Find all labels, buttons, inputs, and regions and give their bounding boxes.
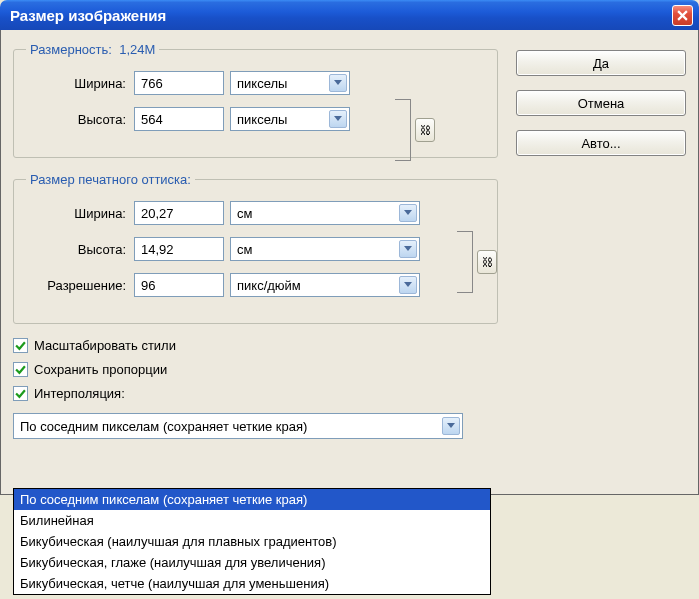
right-column: Да Отмена Авто... <box>516 42 686 482</box>
chevron-down-icon <box>399 204 417 222</box>
auto-button[interactable]: Авто... <box>516 130 686 156</box>
interpolation-checkbox[interactable]: Интерполяция: <box>13 386 498 401</box>
print-size-group: Размер печатного оттиска: Ширина: см Выс… <box>13 172 498 324</box>
close-icon <box>677 10 688 21</box>
print-height-label: Высота: <box>26 242 126 257</box>
pixel-height-unit-select[interactable]: пикселы <box>230 107 350 131</box>
print-width-unit-select[interactable]: см <box>230 201 420 225</box>
print-size-legend: Размер печатного оттиска: <box>26 172 195 187</box>
pixel-height-input[interactable] <box>134 107 224 131</box>
print-width-label: Ширина: <box>26 206 126 221</box>
ok-button[interactable]: Да <box>516 50 686 76</box>
resolution-unit-select[interactable]: пикс/дюйм <box>230 273 420 297</box>
interpolation-select[interactable]: По соседним пикселам (сохраняет четкие к… <box>13 413 463 439</box>
chain-icon[interactable]: ⛓ <box>477 250 497 274</box>
chevron-down-icon <box>329 74 347 92</box>
interpolation-option[interactable]: Бикубическая, глаже (наилучшая для увели… <box>14 552 490 573</box>
constrain-proportions-checkbox[interactable]: Сохранить пропорции <box>13 362 498 377</box>
dialog-body: Размерность: 1,24M Ширина: пикселы Высот… <box>0 30 699 495</box>
pixel-dimensions-legend: Размерность: 1,24M <box>26 42 159 57</box>
resolution-input[interactable] <box>134 273 224 297</box>
height-label: Высота: <box>26 112 126 127</box>
close-button[interactable] <box>672 5 693 26</box>
print-width-input[interactable] <box>134 201 224 225</box>
resolution-label: Разрешение: <box>26 278 126 293</box>
window-title: Размер изображения <box>10 7 166 24</box>
checkbox-group: Масштабировать стили Сохранить пропорции… <box>13 338 498 401</box>
print-height-unit-select[interactable]: см <box>230 237 420 261</box>
print-height-input[interactable] <box>134 237 224 261</box>
checkmark-icon <box>13 386 28 401</box>
title-bar: Размер изображения <box>0 0 699 30</box>
scale-styles-checkbox[interactable]: Масштабировать стили <box>13 338 498 353</box>
width-label: Ширина: <box>26 76 126 91</box>
link-print-bracket: ⛓ <box>457 231 497 293</box>
chevron-down-icon <box>399 240 417 258</box>
chevron-down-icon <box>329 110 347 128</box>
interpolation-option[interactable]: Бикубическая, четче (наилучшая для умень… <box>14 573 490 594</box>
chevron-down-icon <box>399 276 417 294</box>
checkmark-icon <box>13 338 28 353</box>
interpolation-dropdown-list: По соседним пикселам (сохраняет четкие к… <box>13 488 491 595</box>
chevron-down-icon <box>442 417 460 435</box>
checkmark-icon <box>13 362 28 377</box>
interpolation-option[interactable]: По соседним пикселам (сохраняет четкие к… <box>14 489 490 510</box>
interpolation-option[interactable]: Бикубическая (наилучшая для плавных град… <box>14 531 490 552</box>
pixel-width-input[interactable] <box>134 71 224 95</box>
interpolation-option[interactable]: Билинейная <box>14 510 490 531</box>
link-wh-bracket: ⛓ <box>395 99 435 161</box>
chain-icon[interactable]: ⛓ <box>415 118 435 142</box>
pixel-width-unit-select[interactable]: пикселы <box>230 71 350 95</box>
left-column: Размерность: 1,24M Ширина: пикселы Высот… <box>13 42 498 482</box>
cancel-button[interactable]: Отмена <box>516 90 686 116</box>
pixel-dimensions-group: Размерность: 1,24M Ширина: пикселы Высот… <box>13 42 498 158</box>
